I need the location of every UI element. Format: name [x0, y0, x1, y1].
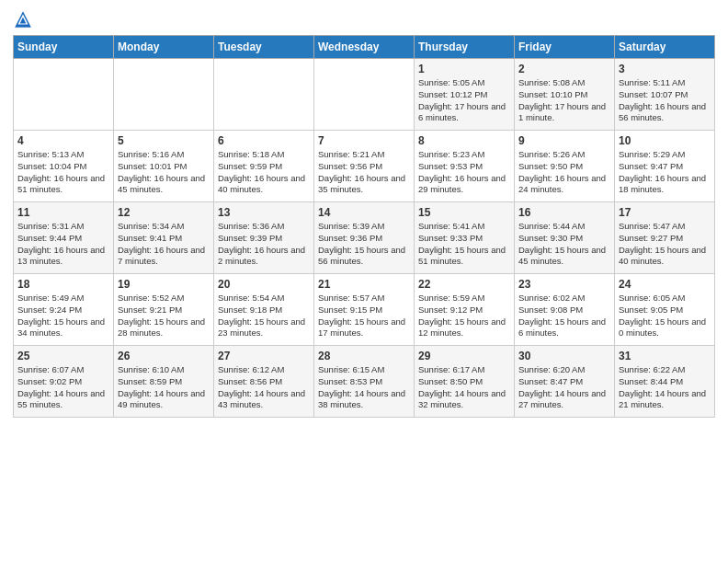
day-number: 12 [118, 206, 210, 219]
calendar-cell: 16Sunrise: 5:44 AM Sunset: 9:30 PM Dayli… [515, 202, 615, 274]
calendar-cell: 29Sunrise: 6:17 AM Sunset: 8:50 PM Dayli… [415, 346, 515, 418]
day-number: 3 [619, 63, 711, 75]
calendar-cell: 19Sunrise: 5:52 AM Sunset: 9:21 PM Dayli… [114, 274, 214, 346]
calendar-cell: 7Sunrise: 5:21 AM Sunset: 9:56 PM Daylig… [314, 131, 415, 202]
cell-info: Sunrise: 6:20 AM Sunset: 8:47 PM Dayligh… [518, 364, 610, 411]
calendar-cell: 3Sunrise: 5:11 AM Sunset: 10:07 PM Dayli… [615, 59, 715, 131]
day-number: 17 [619, 206, 711, 219]
day-number: 26 [118, 350, 210, 362]
day-header-wednesday: Wednesday [314, 36, 415, 59]
calendar-cell: 17Sunrise: 5:47 AM Sunset: 9:27 PM Dayli… [615, 202, 715, 274]
day-header-monday: Monday [114, 36, 214, 59]
calendar-cell: 25Sunrise: 6:07 AM Sunset: 9:02 PM Dayli… [14, 346, 114, 418]
calendar-cell: 2Sunrise: 5:08 AM Sunset: 10:10 PM Dayli… [515, 59, 615, 131]
cell-info: Sunrise: 6:15 AM Sunset: 8:53 PM Dayligh… [318, 364, 410, 411]
day-number: 4 [17, 134, 109, 147]
week-row-2: 4Sunrise: 5:13 AM Sunset: 10:04 PM Dayli… [14, 131, 715, 202]
cell-info: Sunrise: 6:17 AM Sunset: 8:50 PM Dayligh… [418, 364, 510, 411]
week-row-3: 11Sunrise: 5:31 AM Sunset: 9:44 PM Dayli… [14, 202, 715, 274]
day-number: 30 [518, 350, 610, 362]
cell-info: Sunrise: 6:05 AM Sunset: 9:05 PM Dayligh… [619, 293, 711, 339]
day-number: 8 [418, 134, 510, 147]
calendar-cell: 20Sunrise: 5:54 AM Sunset: 9:18 PM Dayli… [214, 274, 314, 346]
day-number: 20 [218, 278, 310, 291]
day-header-tuesday: Tuesday [214, 36, 314, 59]
week-row-1: 1Sunrise: 5:05 AM Sunset: 10:12 PM Dayli… [14, 59, 715, 131]
calendar-cell: 26Sunrise: 6:10 AM Sunset: 8:59 PM Dayli… [114, 346, 214, 418]
week-row-4: 18Sunrise: 5:49 AM Sunset: 9:24 PM Dayli… [14, 274, 715, 346]
week-row-5: 25Sunrise: 6:07 AM Sunset: 9:02 PM Dayli… [14, 346, 715, 418]
calendar-cell: 14Sunrise: 5:39 AM Sunset: 9:36 PM Dayli… [314, 202, 415, 274]
cell-info: Sunrise: 5:08 AM Sunset: 10:10 PM Daylig… [518, 77, 610, 124]
cell-info: Sunrise: 5:21 AM Sunset: 9:56 PM Dayligh… [318, 149, 410, 196]
calendar-cell: 22Sunrise: 5:59 AM Sunset: 9:12 PM Dayli… [415, 274, 515, 346]
logo [13, 9, 35, 29]
calendar-cell: 13Sunrise: 5:36 AM Sunset: 9:39 PM Dayli… [214, 202, 314, 274]
calendar-cell: 11Sunrise: 5:31 AM Sunset: 9:44 PM Dayli… [14, 202, 114, 274]
day-number: 1 [418, 63, 510, 75]
cell-info: Sunrise: 5:34 AM Sunset: 9:41 PM Dayligh… [118, 221, 210, 268]
calendar-cell [314, 59, 415, 131]
calendar-cell [114, 59, 214, 131]
logo-icon [13, 9, 33, 29]
day-number: 7 [318, 134, 410, 147]
cell-info: Sunrise: 6:12 AM Sunset: 8:56 PM Dayligh… [218, 364, 310, 411]
calendar-cell: 10Sunrise: 5:29 AM Sunset: 9:47 PM Dayli… [615, 131, 715, 202]
day-number: 21 [318, 278, 410, 291]
day-number: 16 [518, 206, 610, 219]
calendar-cell: 27Sunrise: 6:12 AM Sunset: 8:56 PM Dayli… [214, 346, 314, 418]
cell-info: Sunrise: 5:16 AM Sunset: 10:01 PM Daylig… [118, 149, 210, 196]
calendar-cell: 5Sunrise: 5:16 AM Sunset: 10:01 PM Dayli… [114, 131, 214, 202]
cell-info: Sunrise: 5:26 AM Sunset: 9:50 PM Dayligh… [518, 149, 610, 196]
cell-info: Sunrise: 5:59 AM Sunset: 9:12 PM Dayligh… [418, 293, 510, 339]
day-number: 9 [518, 134, 610, 147]
page-container: SundayMondayTuesdayWednesdayThursdayFrid… [0, 0, 728, 425]
cell-info: Sunrise: 5:52 AM Sunset: 9:21 PM Dayligh… [118, 293, 210, 339]
cell-info: Sunrise: 5:49 AM Sunset: 9:24 PM Dayligh… [17, 293, 109, 339]
day-header-thursday: Thursday [415, 36, 515, 59]
day-number: 22 [418, 278, 510, 291]
day-header-saturday: Saturday [615, 36, 715, 59]
day-number: 6 [218, 134, 310, 147]
day-number: 25 [17, 350, 109, 362]
cell-info: Sunrise: 5:39 AM Sunset: 9:36 PM Dayligh… [318, 221, 410, 268]
day-number: 10 [619, 134, 711, 147]
calendar-cell: 9Sunrise: 5:26 AM Sunset: 9:50 PM Daylig… [515, 131, 615, 202]
cell-info: Sunrise: 5:41 AM Sunset: 9:33 PM Dayligh… [418, 221, 510, 268]
day-number: 2 [518, 63, 610, 75]
days-header-row: SundayMondayTuesdayWednesdayThursdayFrid… [14, 36, 715, 59]
day-number: 13 [218, 206, 310, 219]
calendar-cell: 24Sunrise: 6:05 AM Sunset: 9:05 PM Dayli… [615, 274, 715, 346]
calendar-cell: 28Sunrise: 6:15 AM Sunset: 8:53 PM Dayli… [314, 346, 415, 418]
day-number: 19 [118, 278, 210, 291]
day-header-friday: Friday [515, 36, 615, 59]
day-number: 24 [619, 278, 711, 291]
day-number: 15 [418, 206, 510, 219]
day-number: 27 [218, 350, 310, 362]
cell-info: Sunrise: 5:23 AM Sunset: 9:53 PM Dayligh… [418, 149, 510, 196]
calendar-cell: 4Sunrise: 5:13 AM Sunset: 10:04 PM Dayli… [14, 131, 114, 202]
calendar-cell: 23Sunrise: 6:02 AM Sunset: 9:08 PM Dayli… [515, 274, 615, 346]
cell-info: Sunrise: 5:44 AM Sunset: 9:30 PM Dayligh… [518, 221, 610, 268]
calendar-cell: 31Sunrise: 6:22 AM Sunset: 8:44 PM Dayli… [615, 346, 715, 418]
cell-info: Sunrise: 5:47 AM Sunset: 9:27 PM Dayligh… [619, 221, 711, 268]
day-number: 28 [318, 350, 410, 362]
calendar-cell: 30Sunrise: 6:20 AM Sunset: 8:47 PM Dayli… [515, 346, 615, 418]
day-number: 5 [118, 134, 210, 147]
calendar-cell [14, 59, 114, 131]
day-header-sunday: Sunday [14, 36, 114, 59]
cell-info: Sunrise: 5:05 AM Sunset: 10:12 PM Daylig… [418, 77, 510, 124]
calendar-cell: 21Sunrise: 5:57 AM Sunset: 9:15 PM Dayli… [314, 274, 415, 346]
day-number: 29 [418, 350, 510, 362]
calendar-cell: 8Sunrise: 5:23 AM Sunset: 9:53 PM Daylig… [415, 131, 515, 202]
day-number: 31 [619, 350, 711, 362]
day-number: 14 [318, 206, 410, 219]
cell-info: Sunrise: 5:29 AM Sunset: 9:47 PM Dayligh… [619, 149, 711, 196]
calendar-cell: 1Sunrise: 5:05 AM Sunset: 10:12 PM Dayli… [415, 59, 515, 131]
cell-info: Sunrise: 6:07 AM Sunset: 9:02 PM Dayligh… [17, 364, 109, 411]
calendar-cell: 6Sunrise: 5:18 AM Sunset: 9:59 PM Daylig… [214, 131, 314, 202]
cell-info: Sunrise: 5:36 AM Sunset: 9:39 PM Dayligh… [218, 221, 310, 268]
day-number: 23 [518, 278, 610, 291]
cell-info: Sunrise: 5:13 AM Sunset: 10:04 PM Daylig… [17, 149, 109, 196]
cell-info: Sunrise: 6:22 AM Sunset: 8:44 PM Dayligh… [619, 364, 711, 411]
